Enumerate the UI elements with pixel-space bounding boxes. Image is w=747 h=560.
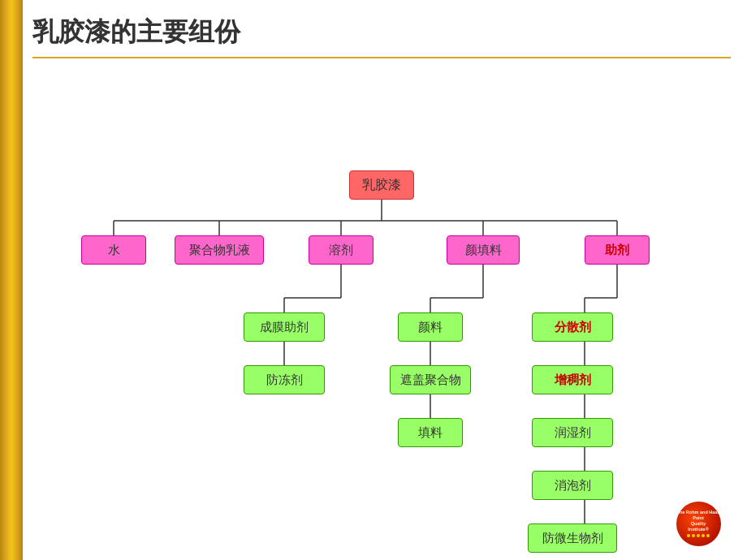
node-opaque-polymer: 遮盖聚合物 (390, 365, 471, 394)
header: 乳胶漆的主要组份 (32, 15, 731, 58)
node-pigment-fill: 颜填料 (447, 235, 520, 265)
gold-bar (0, 0, 23, 560)
node-solvent: 溶剂 (309, 235, 374, 265)
node-wetting: 润湿剂 (532, 418, 613, 447)
logo-area: The Rohm and HaasPaintQualityInstitute® (662, 499, 735, 548)
connectors-svg (32, 65, 731, 544)
logo-text: The Rohm and HaasPaintQualityInstitute® (677, 510, 720, 533)
node-antifreeze: 防冻剂 (244, 365, 325, 394)
node-thickener: 增稠剂 (532, 365, 613, 394)
node-filler: 填料 (398, 418, 463, 447)
diagram: 乳胶漆 水 聚合物乳液 溶剂 颜填料 助剂 成膜助剂 防冻剂 颜料 遮盖聚合物 … (32, 65, 731, 544)
title-divider (32, 57, 731, 58)
node-polymer: 聚合物乳液 (175, 235, 264, 265)
node-dispersant: 分散剂 (532, 312, 613, 342)
node-defoamer: 消泡剂 (532, 471, 613, 500)
page-title: 乳胶漆的主要组份 (32, 15, 731, 50)
node-film-former: 成膜助剂 (244, 312, 325, 342)
logo-circle: The Rohm and HaasPaintQualityInstitute® (676, 502, 721, 546)
logo-dots (687, 534, 710, 537)
node-root: 乳胶漆 (349, 170, 414, 200)
node-water: 水 (81, 235, 146, 265)
node-biocide: 防微生物剂 (528, 523, 617, 553)
node-colorpigment: 颜料 (398, 312, 463, 342)
slide: 乳胶漆的主要组份 (0, 0, 747, 560)
node-additive: 助剂 (585, 235, 650, 265)
